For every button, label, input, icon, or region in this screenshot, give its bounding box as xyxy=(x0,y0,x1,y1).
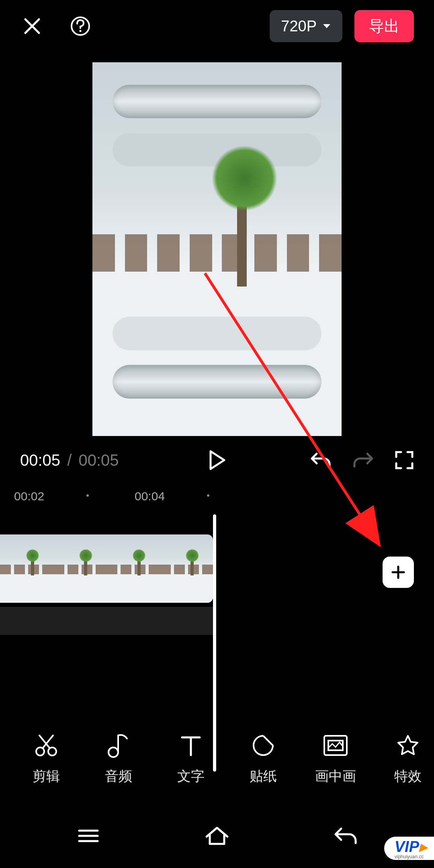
play-button[interactable] xyxy=(208,450,226,471)
ruler-tick: 00:02 xyxy=(14,489,44,503)
current-time: 00:05 xyxy=(20,451,60,469)
sticker-icon xyxy=(251,733,275,757)
ruler-tick: 00:04 xyxy=(135,489,165,503)
tool-label: 音频 xyxy=(82,767,155,786)
tool-effects[interactable]: 特效 xyxy=(372,729,434,786)
scissors-icon xyxy=(34,733,59,758)
tool-audio[interactable]: 音频 xyxy=(82,729,155,786)
clip-thumbnail xyxy=(53,534,107,603)
watermark-url: viphuiyuan.cc xyxy=(395,854,427,859)
ruler-dot xyxy=(86,494,89,497)
video-preview[interactable] xyxy=(92,62,342,436)
system-nav-bar xyxy=(0,804,434,868)
time-display: 00:05 / 00:05 xyxy=(20,451,119,469)
export-label: 导出 xyxy=(369,16,399,37)
nav-back-button[interactable] xyxy=(321,820,370,852)
tool-label: 特效 xyxy=(372,767,434,786)
close-button[interactable] xyxy=(20,14,44,38)
close-icon xyxy=(23,17,41,35)
redo-button[interactable] xyxy=(352,450,375,470)
bottom-toolbar: 剪辑 音频 文字 贴纸 画中画 特效 xyxy=(0,717,434,798)
home-icon xyxy=(204,825,230,846)
menu-icon xyxy=(77,827,100,844)
watermark-badge: VIP▸ viphuiyuan.cc xyxy=(384,837,434,860)
clip-thumbnail xyxy=(0,534,53,603)
clip-thumbnail xyxy=(160,534,213,603)
fullscreen-button[interactable] xyxy=(395,450,414,470)
add-clip-button[interactable] xyxy=(383,557,414,588)
music-note-icon xyxy=(107,732,130,759)
help-button[interactable] xyxy=(68,14,92,38)
export-button[interactable]: 导出 xyxy=(354,10,414,42)
play-icon xyxy=(208,450,226,471)
timeline-ruler[interactable]: 00:02 00:04 xyxy=(0,482,434,510)
text-t-icon xyxy=(180,733,202,757)
undo-button[interactable] xyxy=(309,450,332,470)
pip-icon xyxy=(323,734,348,757)
total-duration: 00:05 xyxy=(78,451,119,469)
tool-sticker[interactable]: 贴纸 xyxy=(227,729,299,786)
svg-point-4 xyxy=(108,747,118,757)
tool-label: 文字 xyxy=(155,767,227,786)
video-clip[interactable] xyxy=(0,534,213,603)
redo-icon xyxy=(352,450,375,470)
ruler-dot xyxy=(207,494,209,497)
tool-text[interactable]: 文字 xyxy=(155,729,227,786)
audio-track[interactable] xyxy=(0,607,213,635)
plus-icon xyxy=(390,564,406,580)
svg-point-1 xyxy=(79,30,81,32)
tool-edit[interactable]: 剪辑 xyxy=(10,729,82,786)
fullscreen-icon xyxy=(395,450,414,470)
playback-bar: 00:05 / 00:05 xyxy=(0,438,434,482)
nav-recent-button[interactable] xyxy=(64,820,113,852)
time-separator: / xyxy=(65,451,74,469)
preview-area xyxy=(0,52,434,446)
tool-pip[interactable]: 画中画 xyxy=(299,729,372,786)
star-icon xyxy=(396,733,420,757)
tool-label: 贴纸 xyxy=(227,767,299,786)
clip-thumbnail xyxy=(106,534,160,603)
tool-label: 画中画 xyxy=(299,767,372,786)
header-bar: 720P 导出 xyxy=(0,0,434,52)
watermark-text: VIP xyxy=(395,838,419,855)
help-icon xyxy=(70,16,91,37)
undo-icon xyxy=(309,450,332,470)
resolution-label: 720P xyxy=(281,18,317,35)
chevron-down-icon xyxy=(322,23,331,29)
tool-label: 剪辑 xyxy=(10,767,82,786)
preview-frame-image xyxy=(92,62,342,436)
back-icon xyxy=(333,826,358,845)
resolution-selector[interactable]: 720P xyxy=(270,10,342,42)
nav-home-button[interactable] xyxy=(193,820,241,852)
